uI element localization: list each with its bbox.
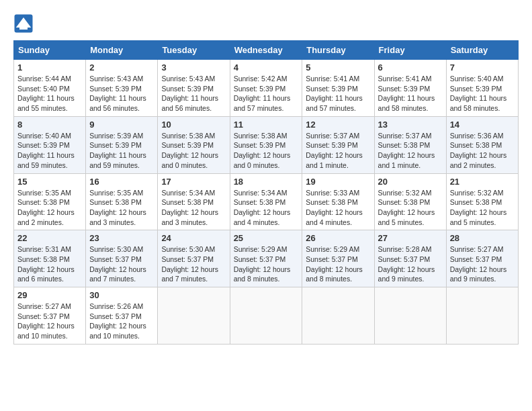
day-number: 22 xyxy=(17,233,82,243)
calendar-day-cell: 24Sunrise: 5:30 AM Sunset: 5:37 PM Dayli… xyxy=(158,230,230,287)
logo-icon xyxy=(13,13,34,34)
day-number: 28 xyxy=(450,233,515,243)
calendar-week-row: 1Sunrise: 5:44 AM Sunset: 5:40 PM Daylig… xyxy=(14,60,519,117)
calendar-day-cell: 23Sunrise: 5:30 AM Sunset: 5:37 PM Dayli… xyxy=(86,230,158,287)
day-info: Sunrise: 5:30 AM Sunset: 5:37 PM Dayligh… xyxy=(161,244,226,284)
day-number: 17 xyxy=(161,177,226,187)
day-info: Sunrise: 5:38 AM Sunset: 5:39 PM Dayligh… xyxy=(234,131,299,171)
calendar-day-cell: 27Sunrise: 5:28 AM Sunset: 5:37 PM Dayli… xyxy=(374,230,446,287)
day-number: 13 xyxy=(378,120,443,130)
day-info: Sunrise: 5:32 AM Sunset: 5:38 PM Dayligh… xyxy=(378,188,443,228)
calendar-day-cell: 28Sunrise: 5:27 AM Sunset: 5:37 PM Dayli… xyxy=(446,230,518,287)
calendar-day-cell: 30Sunrise: 5:26 AM Sunset: 5:37 PM Dayli… xyxy=(86,287,158,345)
day-info: Sunrise: 5:34 AM Sunset: 5:38 PM Dayligh… xyxy=(234,188,299,228)
day-number: 20 xyxy=(378,177,443,187)
day-info: Sunrise: 5:39 AM Sunset: 5:39 PM Dayligh… xyxy=(89,131,154,171)
calendar-day-cell: 7Sunrise: 5:40 AM Sunset: 5:39 PM Daylig… xyxy=(446,60,518,117)
day-number: 24 xyxy=(161,233,226,243)
calendar-day-cell: 19Sunrise: 5:33 AM Sunset: 5:38 PM Dayli… xyxy=(302,173,374,230)
day-number: 18 xyxy=(234,177,299,187)
day-info: Sunrise: 5:35 AM Sunset: 5:38 PM Dayligh… xyxy=(17,188,82,228)
calendar-day-cell: 14Sunrise: 5:36 AM Sunset: 5:38 PM Dayli… xyxy=(446,116,518,173)
day-number: 14 xyxy=(450,120,515,130)
day-info: Sunrise: 5:37 AM Sunset: 5:38 PM Dayligh… xyxy=(378,131,443,171)
day-number: 1 xyxy=(17,62,82,73)
day-info: Sunrise: 5:34 AM Sunset: 5:38 PM Dayligh… xyxy=(161,188,226,228)
calendar-day-cell: 4Sunrise: 5:42 AM Sunset: 5:39 PM Daylig… xyxy=(230,60,302,117)
day-info: Sunrise: 5:43 AM Sunset: 5:39 PM Dayligh… xyxy=(89,74,154,113)
calendar-day-cell: 29Sunrise: 5:27 AM Sunset: 5:37 PM Dayli… xyxy=(14,287,86,345)
day-number: 25 xyxy=(234,233,299,243)
day-info: Sunrise: 5:27 AM Sunset: 5:37 PM Dayligh… xyxy=(450,244,515,284)
calendar-week-row: 15Sunrise: 5:35 AM Sunset: 5:38 PM Dayli… xyxy=(14,173,519,230)
day-number: 2 xyxy=(89,62,154,73)
day-info: Sunrise: 5:28 AM Sunset: 5:37 PM Dayligh… xyxy=(378,244,443,284)
calendar-day-cell xyxy=(374,287,446,345)
day-number: 11 xyxy=(234,120,299,130)
day-number: 27 xyxy=(378,233,443,243)
day-number: 8 xyxy=(17,120,82,130)
calendar-day-cell: 25Sunrise: 5:29 AM Sunset: 5:37 PM Dayli… xyxy=(230,230,302,287)
day-info: Sunrise: 5:36 AM Sunset: 5:38 PM Dayligh… xyxy=(450,131,515,171)
calendar-day-cell: 22Sunrise: 5:31 AM Sunset: 5:38 PM Dayli… xyxy=(14,230,86,287)
calendar-day-cell: 2Sunrise: 5:43 AM Sunset: 5:39 PM Daylig… xyxy=(86,60,158,117)
day-number: 12 xyxy=(306,120,370,130)
day-number: 9 xyxy=(89,120,154,130)
day-of-week-header: Monday xyxy=(86,41,158,60)
calendar-day-cell: 1Sunrise: 5:44 AM Sunset: 5:40 PM Daylig… xyxy=(14,60,86,117)
calendar-day-cell: 6Sunrise: 5:41 AM Sunset: 5:39 PM Daylig… xyxy=(374,60,446,117)
day-number: 10 xyxy=(161,120,226,130)
calendar-day-cell xyxy=(158,287,230,345)
day-info: Sunrise: 5:35 AM Sunset: 5:38 PM Dayligh… xyxy=(89,188,154,228)
day-info: Sunrise: 5:43 AM Sunset: 5:39 PM Dayligh… xyxy=(161,74,226,113)
logo xyxy=(13,13,35,34)
calendar-day-cell: 21Sunrise: 5:32 AM Sunset: 5:38 PM Dayli… xyxy=(446,173,518,230)
day-number: 29 xyxy=(17,290,82,300)
day-info: Sunrise: 5:29 AM Sunset: 5:37 PM Dayligh… xyxy=(234,244,299,284)
day-of-week-header: Sunday xyxy=(14,41,86,60)
day-of-week-header: Friday xyxy=(374,41,446,60)
day-of-week-header: Tuesday xyxy=(158,41,230,60)
day-number: 19 xyxy=(306,177,370,187)
calendar-day-cell xyxy=(446,287,518,345)
svg-rect-2 xyxy=(19,25,28,30)
day-info: Sunrise: 5:27 AM Sunset: 5:37 PM Dayligh… xyxy=(17,302,82,341)
calendar-day-cell: 20Sunrise: 5:32 AM Sunset: 5:38 PM Dayli… xyxy=(374,173,446,230)
calendar-day-cell: 15Sunrise: 5:35 AM Sunset: 5:38 PM Dayli… xyxy=(14,173,86,230)
calendar-day-cell: 9Sunrise: 5:39 AM Sunset: 5:39 PM Daylig… xyxy=(86,116,158,173)
calendar-day-cell: 16Sunrise: 5:35 AM Sunset: 5:38 PM Dayli… xyxy=(86,173,158,230)
calendar-day-cell xyxy=(230,287,302,345)
day-info: Sunrise: 5:32 AM Sunset: 5:38 PM Dayligh… xyxy=(450,188,515,228)
day-number: 26 xyxy=(306,233,370,243)
calendar-week-row: 29Sunrise: 5:27 AM Sunset: 5:37 PM Dayli… xyxy=(14,287,519,345)
calendar-day-cell: 26Sunrise: 5:29 AM Sunset: 5:37 PM Dayli… xyxy=(302,230,374,287)
day-number: 3 xyxy=(161,62,226,73)
day-of-week-header: Saturday xyxy=(446,41,518,60)
day-number: 16 xyxy=(89,177,154,187)
calendar-day-cell: 18Sunrise: 5:34 AM Sunset: 5:38 PM Dayli… xyxy=(230,173,302,230)
day-info: Sunrise: 5:33 AM Sunset: 5:38 PM Dayligh… xyxy=(306,188,370,228)
calendar-day-cell: 11Sunrise: 5:38 AM Sunset: 5:39 PM Dayli… xyxy=(230,116,302,173)
calendar-header-row: SundayMondayTuesdayWednesdayThursdayFrid… xyxy=(14,41,519,60)
day-number: 6 xyxy=(378,62,443,73)
day-info: Sunrise: 5:44 AM Sunset: 5:40 PM Dayligh… xyxy=(17,74,82,113)
calendar-day-cell: 3Sunrise: 5:43 AM Sunset: 5:39 PM Daylig… xyxy=(158,60,230,117)
day-info: Sunrise: 5:38 AM Sunset: 5:39 PM Dayligh… xyxy=(161,131,226,171)
day-number: 5 xyxy=(306,62,370,73)
day-info: Sunrise: 5:41 AM Sunset: 5:39 PM Dayligh… xyxy=(306,74,370,113)
day-info: Sunrise: 5:31 AM Sunset: 5:38 PM Dayligh… xyxy=(17,244,82,284)
day-number: 30 xyxy=(89,290,154,300)
calendar-day-cell: 13Sunrise: 5:37 AM Sunset: 5:38 PM Dayli… xyxy=(374,116,446,173)
day-of-week-header: Wednesday xyxy=(230,41,302,60)
calendar-week-row: 22Sunrise: 5:31 AM Sunset: 5:38 PM Dayli… xyxy=(14,230,519,287)
day-number: 21 xyxy=(450,177,515,187)
calendar-day-cell: 12Sunrise: 5:37 AM Sunset: 5:39 PM Dayli… xyxy=(302,116,374,173)
calendar-day-cell: 8Sunrise: 5:40 AM Sunset: 5:39 PM Daylig… xyxy=(14,116,86,173)
day-info: Sunrise: 5:29 AM Sunset: 5:37 PM Dayligh… xyxy=(306,244,370,284)
day-number: 15 xyxy=(17,177,82,187)
day-info: Sunrise: 5:40 AM Sunset: 5:39 PM Dayligh… xyxy=(17,131,82,171)
day-of-week-header: Thursday xyxy=(302,41,374,60)
calendar-day-cell: 10Sunrise: 5:38 AM Sunset: 5:39 PM Dayli… xyxy=(158,116,230,173)
day-info: Sunrise: 5:37 AM Sunset: 5:39 PM Dayligh… xyxy=(306,131,370,171)
calendar-day-cell: 5Sunrise: 5:41 AM Sunset: 5:39 PM Daylig… xyxy=(302,60,374,117)
